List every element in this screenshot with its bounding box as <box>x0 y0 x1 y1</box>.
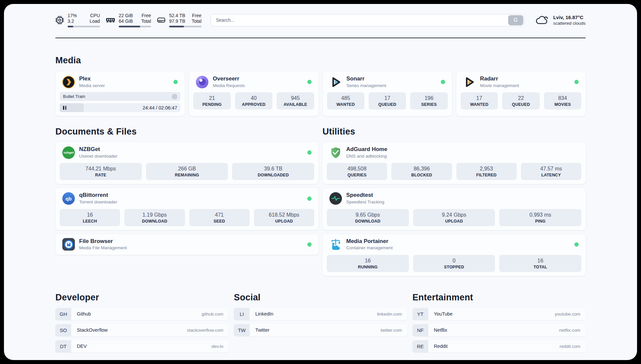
stat-queries: 498,508QUERIES <box>327 163 387 180</box>
link-dev[interactable]: DT DEV dev.to <box>55 340 229 352</box>
app-name: Speedtest <box>346 192 384 199</box>
link-url: linkedin.com <box>377 312 402 317</box>
header-divider <box>55 38 586 38</box>
app-card-portainer[interactable]: Media Portainer Container management 16R… <box>322 234 586 276</box>
cpu-load-label: Load <box>90 18 100 24</box>
ram-total: 64 GiB <box>119 18 133 24</box>
developer-section-title: Developer <box>55 292 229 303</box>
cpu-load: 3.2 <box>68 18 74 24</box>
plex-icon <box>62 76 75 88</box>
app-card-qbittorrent[interactable]: qb qBittorrent Torrent downloader 16LEEC… <box>55 188 319 230</box>
link-linkedin[interactable]: LI LinkedIn linkedin.com <box>234 308 407 320</box>
app-card-speedtest[interactable]: Speedtest Speedtest Tracking 9.65 GbpsDO… <box>322 188 586 230</box>
ram-stat: 22 GiBFree 64 GiBTotal <box>106 13 151 27</box>
stat-rate: 744.21 MbpsRATE <box>60 163 142 180</box>
utilities-section-title: Utilities <box>322 127 586 137</box>
qbittorrent-icon-text: qb <box>66 196 72 201</box>
weather-condition: scattered clouds <box>553 20 586 26</box>
link-github[interactable]: GH Github github.com <box>55 308 229 320</box>
cpu-icon <box>55 16 64 24</box>
app-card-radarr[interactable]: Radarr Movie management 17WANTED 22QUEUE… <box>456 72 586 116</box>
app-name: Media Portainer <box>346 238 393 245</box>
stat-stopped: 0STOPPED <box>413 255 495 272</box>
app-name: qBittorrent <box>79 192 117 199</box>
link-twitter[interactable]: TW Twitter twitter.com <box>234 324 407 336</box>
disk-free: 52.4 TB <box>169 13 185 18</box>
now-playing-title: Bullet Train <box>63 94 85 99</box>
link-name: StackOverflow <box>77 327 107 333</box>
link-url: twitter.com <box>381 328 402 333</box>
status-online-dot <box>307 242 312 247</box>
overseerr-icon <box>196 76 208 88</box>
stat-available: 945AVAILABLE <box>277 92 314 109</box>
section-social: Social LI LinkedIn linkedin.com TW Twitt… <box>234 292 407 340</box>
filebrowser-icon <box>62 238 75 251</box>
link-abbr: GH <box>55 308 71 320</box>
app-card-adguard[interactable]: AdGuard Home DNS and adblocking 498,508Q… <box>322 142 586 184</box>
search-engine-button[interactable]: G <box>508 15 523 25</box>
cpu-label: CPU <box>90 13 100 18</box>
status-online-dot <box>441 80 445 84</box>
stat-total: 16TOTAL <box>499 255 581 272</box>
status-online-dot <box>173 80 178 84</box>
link-abbr: DT <box>55 340 71 352</box>
entertainment-section-title: Entertainment <box>412 292 586 303</box>
disk-total-label: Total <box>192 18 201 24</box>
app-name: Sonarr <box>347 76 386 82</box>
app-subtitle: Speedtest Tracking <box>346 199 384 205</box>
app-subtitle: Torrent downloader <box>79 199 117 205</box>
section-utilities: Utilities <box>322 127 586 276</box>
disk-free-label: Free <box>192 13 201 18</box>
stat-queued: 17QUEUED <box>369 92 406 109</box>
link-url: github.com <box>201 312 223 317</box>
stat-download: 9.65 GbpsDOWNLOAD <box>327 209 409 226</box>
portainer-icon <box>329 238 342 251</box>
app-card-filebrowser[interactable]: File Browser Media File Management <box>55 234 319 255</box>
section-developer: Developer GH Github github.com SO StackO… <box>55 292 229 356</box>
link-name: LinkedIn <box>255 311 273 317</box>
search-bar: G <box>211 14 524 26</box>
qbittorrent-icon: qb <box>62 192 75 205</box>
link-netflix[interactable]: NF Netflix netflix.com <box>412 324 586 336</box>
media-section-title: Media <box>55 55 586 66</box>
pause-button[interactable] <box>63 106 66 110</box>
sonarr-icon <box>330 76 342 88</box>
link-name: Netflix <box>434 327 447 333</box>
app-card-sonarr[interactable]: Sonarr Series management 485WANTED 17QUE… <box>323 72 452 116</box>
app-card-overseerr[interactable]: Overseerr Media Requests 21PENDING 40APP… <box>189 72 318 116</box>
stat-leech: 16LEECH <box>60 209 120 226</box>
cpu-percent: 17% <box>68 13 77 18</box>
section-documents: Documents & Files nzbget NZBGet Usenet d… <box>55 127 319 255</box>
app-subtitle: Movie management <box>480 83 519 88</box>
playback-progress: 24:44 / 02:06:47 <box>60 103 180 112</box>
top-bar: 17%CPU 3.2Load 22 GiBFree 64 GiBTotal <box>55 12 586 28</box>
stat-approved: 40APPROVED <box>235 92 272 109</box>
link-name: Github <box>77 311 91 317</box>
ram-total-label: Total <box>141 18 151 24</box>
app-card-plex[interactable]: Plex Media server Bullet Train <box>55 72 185 116</box>
app-subtitle: DNS and adblocking <box>346 154 387 159</box>
stat-queued: 22QUEUED <box>502 92 539 109</box>
disc-icon[interactable] <box>172 94 177 99</box>
link-abbr: LI <box>234 308 250 320</box>
link-youtube[interactable]: YT YouTube youtube.com <box>412 308 586 320</box>
stat-wanted: 17WANTED <box>461 92 498 109</box>
link-name: YouTube <box>434 311 453 317</box>
search-input[interactable] <box>211 14 524 26</box>
link-abbr: RE <box>412 340 428 352</box>
link-reddit[interactable]: RE Reddit reddit.com <box>412 340 586 352</box>
status-online-dot <box>307 197 312 201</box>
stat-downloaded: 39.6 TBDOWNLOADED <box>232 163 314 180</box>
cloud-icon <box>535 15 549 26</box>
stat-download: 1.19 GbpsDOWNLOAD <box>124 209 185 226</box>
app-card-nzbget[interactable]: nzbget NZBGet Usenet downloader 744.21 M… <box>55 142 319 184</box>
link-stackoverflow[interactable]: SO StackOverflow stackoverflow.com <box>55 324 229 336</box>
ram-meter <box>119 26 151 27</box>
stat-running: 16RUNNING <box>327 255 409 272</box>
link-url: netflix.com <box>559 328 580 333</box>
app-name: Radarr <box>480 76 519 82</box>
app-name: AdGuard Home <box>346 146 387 153</box>
stat-series: 196SERIES <box>410 92 447 109</box>
cpu-meter <box>68 26 100 27</box>
link-url: stackoverflow.com <box>187 328 223 333</box>
